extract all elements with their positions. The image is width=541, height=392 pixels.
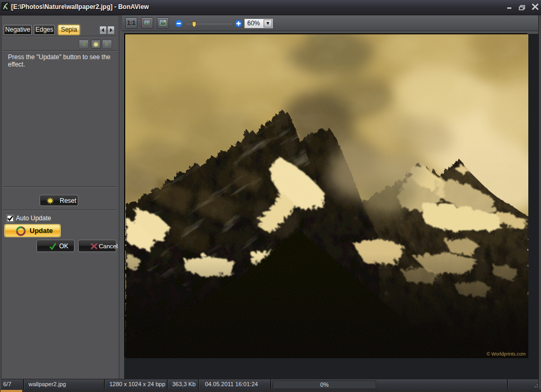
svg-text:© Worldprints.com: © Worldprints.com	[487, 351, 526, 357]
